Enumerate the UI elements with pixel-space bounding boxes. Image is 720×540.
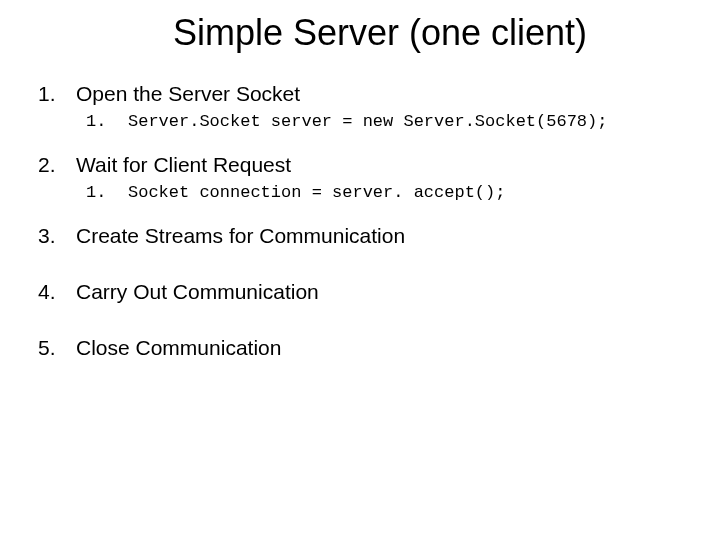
sub-list: 1. Server.Socket server = new Server.Soc… — [38, 112, 690, 131]
sub-list: 1. Socket connection = server. accept(); — [38, 183, 690, 202]
sub-item: 1. Socket connection = server. accept(); — [86, 183, 690, 202]
slide: Simple Server (one client) 1. Open the S… — [0, 0, 720, 540]
list-item: 5. Close Communication — [38, 336, 690, 360]
list-item: 4. Carry Out Communication — [38, 280, 690, 304]
item-number: 3. — [38, 224, 76, 248]
item-text: Wait for Client Request — [76, 153, 291, 177]
item-text: Close Communication — [76, 336, 281, 360]
item-number: 4. — [38, 280, 76, 304]
sub-item-number: 1. — [86, 183, 128, 202]
sub-item-code: Socket connection = server. accept(); — [128, 183, 505, 202]
item-number: 2. — [38, 153, 76, 177]
sub-item-number: 1. — [86, 112, 128, 131]
sub-item: 1. Server.Socket server = new Server.Soc… — [86, 112, 690, 131]
spacer — [38, 254, 690, 280]
item-text: Carry Out Communication — [76, 280, 319, 304]
sub-item-code: Server.Socket server = new Server.Socket… — [128, 112, 607, 131]
spacer — [38, 310, 690, 336]
list-item: 3. Create Streams for Communication — [38, 224, 690, 248]
main-list: 1. Open the Server Socket 1. Server.Sock… — [30, 82, 690, 360]
slide-title: Simple Server (one client) — [70, 12, 690, 54]
list-item: 2. Wait for Client Request — [38, 153, 690, 177]
item-text: Create Streams for Communication — [76, 224, 405, 248]
item-text: Open the Server Socket — [76, 82, 300, 106]
item-number: 5. — [38, 336, 76, 360]
item-number: 1. — [38, 82, 76, 106]
list-item: 1. Open the Server Socket — [38, 82, 690, 106]
